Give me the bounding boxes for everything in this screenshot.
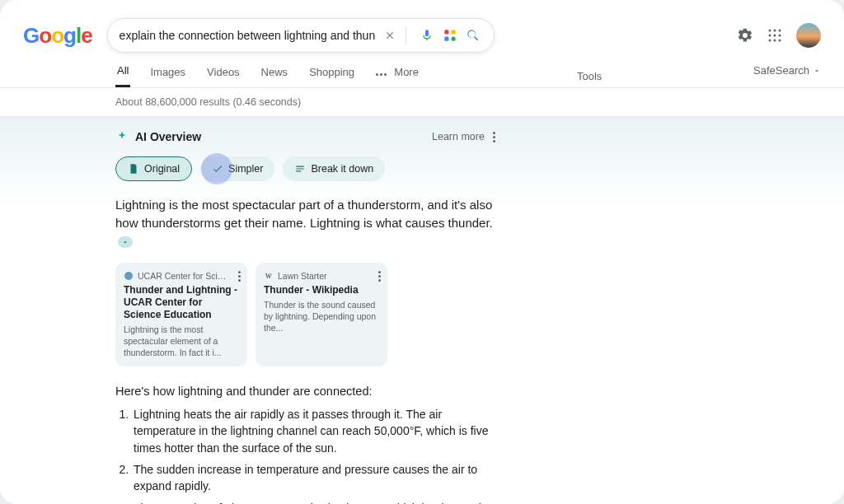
ai-overview-title: AI Overview [135, 130, 201, 143]
card-desc: Lightning is the most spectacular elemen… [124, 324, 239, 358]
svg-point-5 [774, 30, 776, 32]
chip-original[interactable]: Original [115, 156, 192, 181]
svg-point-4 [769, 30, 771, 32]
svg-point-13 [124, 272, 133, 280]
list-icon [294, 163, 306, 175]
source-favicon-icon [124, 271, 134, 281]
svg-point-12 [779, 40, 781, 42]
svg-rect-0 [444, 30, 448, 34]
tab-all[interactable]: All [115, 64, 130, 87]
svg-rect-1 [451, 30, 455, 34]
svg-point-10 [769, 40, 771, 42]
svg-point-7 [769, 35, 771, 37]
safesearch-label: SafeSearch [753, 64, 809, 77]
card-title: Thunder and Lightning - UCAR Center for … [124, 284, 239, 321]
tab-images[interactable]: Images [148, 66, 187, 86]
gear-icon[interactable] [737, 27, 753, 44]
tab-more[interactable]: More [374, 66, 420, 86]
chip-simpler[interactable]: Simpler [200, 156, 274, 181]
learn-more-link[interactable]: Learn more [432, 131, 485, 142]
mic-icon[interactable] [418, 27, 436, 44]
expand-pill-icon[interactable] [118, 236, 133, 248]
tab-videos[interactable]: Videos [205, 66, 241, 86]
ai-subheading: Here's how lightning and thunder are con… [115, 385, 821, 398]
safesearch-dropdown[interactable]: SafeSearch [753, 64, 821, 77]
card-title: Thunder - Wikipedia [264, 284, 379, 296]
tab-shopping[interactable]: Shopping [307, 66, 356, 86]
avatar[interactable] [796, 23, 821, 48]
svg-text:W: W [265, 273, 272, 280]
result-stats: About 88,600,000 results (0.46 seconds) [0, 88, 844, 116]
card-menu[interactable] [377, 269, 382, 283]
search-icon[interactable] [464, 28, 482, 43]
list-item: The expansion of air creates a sonic sho… [132, 500, 503, 504]
source-name: UCAR Center for Science Edu... [138, 271, 228, 281]
google-logo[interactable]: Google [23, 22, 92, 49]
ai-overview-menu[interactable] [491, 130, 497, 144]
ai-intro-text: Lightning is the most spectacular part o… [115, 196, 495, 250]
search-bar[interactable] [107, 18, 495, 53]
sparkle-icon [115, 130, 129, 143]
chevron-down-icon [813, 67, 821, 75]
list-item: The sudden increase in temperature and p… [132, 461, 503, 495]
svg-point-9 [779, 35, 781, 37]
svg-point-6 [779, 30, 781, 32]
lens-icon[interactable] [441, 28, 459, 43]
source-favicon-icon: W [264, 271, 274, 281]
svg-rect-2 [444, 37, 448, 41]
search-input[interactable] [120, 29, 376, 42]
check-icon [212, 163, 223, 175]
chip-break-it-down[interactable]: Break it down [283, 156, 385, 181]
source-card[interactable]: UCAR Center for Science Edu... Thunder a… [115, 263, 247, 366]
svg-point-3 [451, 37, 455, 41]
svg-point-8 [774, 35, 776, 37]
document-icon [128, 163, 139, 175]
source-name: Lawn Starter [278, 271, 327, 281]
card-desc: Thunder is the sound caused by lightning… [264, 300, 379, 334]
tools-button[interactable]: Tools [577, 70, 602, 82]
tab-news[interactable]: News [260, 66, 290, 86]
list-item: Lightning heats the air rapidly as it pa… [132, 406, 503, 456]
source-card[interactable]: W Lawn Starter Thunder - Wikipedia Thund… [256, 263, 387, 366]
apps-icon[interactable] [767, 27, 783, 44]
clear-icon[interactable] [381, 30, 399, 41]
svg-point-11 [774, 40, 776, 42]
card-menu[interactable] [237, 269, 242, 283]
